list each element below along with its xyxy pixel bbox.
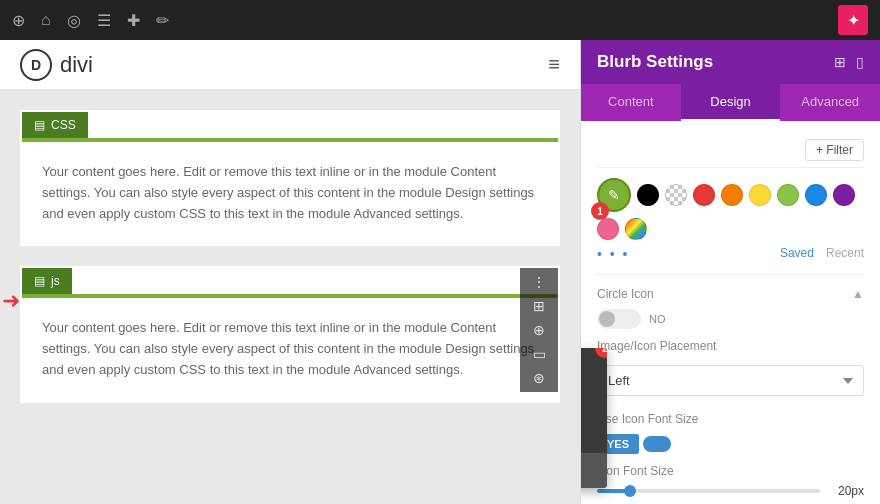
add-icon[interactable]: ✚ <box>127 11 140 30</box>
context-menu-find-replace[interactable]: Find & Replace <box>581 453 607 488</box>
tag-icon[interactable]: ☰ <box>97 11 111 30</box>
icon-font-size-value: 20px <box>828 484 864 498</box>
color-swatch-pink[interactable] <box>597 218 619 240</box>
sidebar-header: Blurb Settings ⊞ ▯ <box>581 40 880 84</box>
yes-no-switch[interactable] <box>643 436 671 452</box>
arrow-indicator: ➜ <box>2 288 20 314</box>
sidebar-tabs: Content Design Advanced <box>581 84 880 121</box>
color-swatch-lightgreen[interactable] <box>777 184 799 206</box>
wordpress-icon[interactable]: ⊕ <box>12 11 25 30</box>
yes-toggle: YES <box>597 434 864 454</box>
color-swatch-blue[interactable] <box>805 184 827 206</box>
sidebar-title: Blurb Settings <box>597 52 713 72</box>
module-action-bar: ⋮ ⊞ ⊕ ▭ ⊛ <box>520 268 558 392</box>
top-toolbar: ⊕ ⌂ ◎ ☰ ✚ ✏ ✦ <box>0 0 880 40</box>
badge-1: 1 <box>591 202 609 220</box>
icon-font-size-slider-row: 20px <box>597 484 864 498</box>
module-css[interactable]: ▤ CSS Your content goes here. Edit or re… <box>20 110 560 246</box>
action-mobile-icon[interactable]: ▭ <box>533 346 546 362</box>
divi-logo-circle: D <box>20 49 52 81</box>
color-swatch-purple[interactable] <box>833 184 855 206</box>
right-sidebar: Blurb Settings ⊞ ▯ Content Design Advanc… <box>580 40 880 504</box>
action-dots-icon[interactable]: ⋮ <box>532 274 546 290</box>
circle-icon-toggle[interactable] <box>597 309 641 329</box>
tab-advanced[interactable]: Advanced <box>780 84 880 121</box>
divi-star-icon[interactable]: ✦ <box>838 5 868 35</box>
hamburger-menu[interactable]: ≡ <box>548 53 560 76</box>
module-css-content: Your content goes here. Edit or remove t… <box>22 142 558 244</box>
placement-section-label: Image/Icon Placement <box>597 339 864 353</box>
tab-recent[interactable]: Recent <box>826 246 864 262</box>
module-js[interactable]: ➜ ▤ js Your content goes here. Edit or r… <box>20 266 560 402</box>
icon-font-size-slider[interactable] <box>597 489 820 493</box>
icon-font-size-label: Icon Font Size <box>597 464 864 478</box>
divi-header: D divi ≡ <box>0 40 580 90</box>
sidebar-header-icons: ⊞ ▯ <box>834 54 864 70</box>
home-icon[interactable]: ⌂ <box>41 11 51 29</box>
filter-bar: + Filter <box>597 133 864 168</box>
color-swatch-black[interactable] <box>637 184 659 206</box>
filter-button[interactable]: + Filter <box>805 139 864 161</box>
action-search-icon[interactable]: ⊕ <box>533 322 545 338</box>
color-swatch-yellow[interactable] <box>749 184 771 206</box>
color-swatch-gradient[interactable] <box>625 218 647 240</box>
sidebar-grid-icon[interactable]: ⊞ <box>834 54 846 70</box>
sidebar-content: + Filter Copy Icon Color Reset Icon Colo… <box>581 121 880 504</box>
more-dots[interactable]: • • • <box>597 246 629 262</box>
module-css-label: ▤ CSS <box>22 112 88 138</box>
action-grid-icon[interactable]: ⊞ <box>533 298 545 314</box>
palette-icon[interactable]: ◎ <box>67 11 81 30</box>
icon-picker-row: ✎ 1 <box>597 178 864 240</box>
context-menu-extend-icon-color[interactable]: Extend Icon Color <box>581 418 607 453</box>
tab-design[interactable]: Design <box>681 84 781 121</box>
editor-panel: D divi ≡ ▤ CSS Your content goes here. E… <box>0 40 580 504</box>
circle-icon-chevron[interactable]: ▲ <box>852 287 864 301</box>
context-menu-container: Copy Icon Color Reset Icon Color Extend … <box>597 178 864 498</box>
use-icon-font-size-label: Use Icon Font Size <box>597 412 864 426</box>
circle-icon-section: Circle Icon ▲ <box>597 287 864 301</box>
selected-icon-container: ✎ 1 <box>597 178 631 212</box>
divi-logo: D divi <box>20 49 93 81</box>
tab-content[interactable]: Content <box>581 84 681 121</box>
circle-icon-toggle-row: NO <box>597 309 864 329</box>
main-area: D divi ≡ ▤ CSS Your content goes here. E… <box>0 40 880 504</box>
slider-thumb[interactable] <box>624 485 636 497</box>
edit-icon[interactable]: ✏ <box>156 11 169 30</box>
module-js-label: ▤ js <box>22 268 72 294</box>
icon-picker-section: ✎ 1 • • • <box>597 178 864 275</box>
context-menu: Copy Icon Color Reset Icon Color Extend … <box>581 348 607 488</box>
placement-select[interactable]: Left Right Top <box>597 365 864 396</box>
color-swatch-red[interactable] <box>693 184 715 206</box>
module-css-icon: ▤ <box>34 118 45 132</box>
color-swatch-orange[interactable] <box>721 184 743 206</box>
module-js-icon: ▤ <box>34 274 45 288</box>
tab-saved[interactable]: Saved <box>780 246 814 262</box>
color-tabs: • • • Saved Recent <box>597 246 864 262</box>
color-swatch-transparent[interactable] <box>665 184 687 206</box>
module-js-content: Your content goes here. Edit or remove t… <box>22 298 558 400</box>
context-menu-reset-icon-color[interactable]: Reset Icon Color <box>581 383 607 418</box>
action-settings-icon[interactable]: ⊛ <box>533 370 545 386</box>
circle-icon-label: NO <box>649 313 666 325</box>
sidebar-close-icon[interactable]: ▯ <box>856 54 864 70</box>
canvas-area: ▤ CSS Your content goes here. Edit or re… <box>0 90 580 504</box>
